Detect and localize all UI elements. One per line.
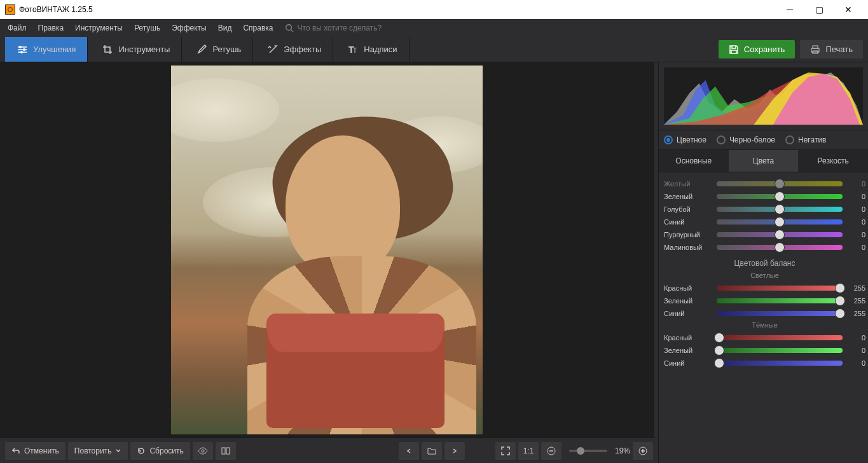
canvas-footer: Отменить Повторить Сбросить 1:1 19% bbox=[0, 438, 658, 463]
section-highlights: Светлые bbox=[664, 270, 865, 282]
brush-icon bbox=[196, 44, 207, 55]
canvas-scrollbar[interactable] bbox=[653, 62, 658, 438]
save-button[interactable]: Сохранить bbox=[719, 40, 796, 59]
tab-enhance[interactable]: Улучшения bbox=[5, 37, 88, 62]
menu-tools[interactable]: Инструменты bbox=[70, 21, 128, 35]
zoom-out-button[interactable] bbox=[541, 442, 561, 460]
zoom-value: 19% bbox=[615, 446, 630, 455]
preview-toggle-button[interactable] bbox=[193, 442, 213, 460]
subtab-basic[interactable]: Основные bbox=[659, 150, 729, 172]
tab-tools[interactable]: Инструменты bbox=[90, 37, 182, 62]
canvas-viewport[interactable] bbox=[0, 62, 653, 438]
open-folder-button[interactable] bbox=[422, 442, 442, 460]
close-button[interactable]: ✕ bbox=[834, 0, 863, 19]
svg-line-1 bbox=[291, 30, 293, 32]
app-title: ФотоВИНТАЖ 1.25.5 bbox=[19, 5, 93, 14]
plus-icon bbox=[638, 446, 647, 455]
adjustments-panel: Цветное Черно-белое Негатив Основные Цве… bbox=[658, 62, 868, 463]
tab-text[interactable]: TT Надписи bbox=[336, 37, 409, 62]
prev-image-button[interactable] bbox=[399, 442, 419, 460]
svg-point-7 bbox=[20, 51, 23, 53]
svg-point-13 bbox=[202, 450, 204, 452]
zoom-in-button[interactable] bbox=[633, 442, 653, 460]
slider-shadows-green[interactable] bbox=[717, 348, 843, 353]
svg-rect-14 bbox=[222, 448, 225, 454]
slider-blue[interactable] bbox=[717, 219, 843, 225]
eye-icon bbox=[198, 446, 208, 456]
actual-size-button[interactable]: 1:1 bbox=[518, 442, 539, 460]
menu-file[interactable]: Файл bbox=[3, 21, 32, 35]
slider-yellow[interactable] bbox=[717, 181, 843, 186]
minus-icon bbox=[547, 446, 556, 455]
fit-screen-button[interactable] bbox=[495, 442, 516, 460]
save-icon bbox=[729, 45, 739, 55]
slider-shadows-red[interactable] bbox=[717, 335, 843, 340]
menu-view[interactable]: Вид bbox=[213, 21, 237, 35]
next-image-button[interactable] bbox=[444, 442, 465, 460]
section-color-balance: Цветовой баланс bbox=[664, 254, 865, 270]
histogram bbox=[664, 67, 863, 125]
radio-color[interactable]: Цветное bbox=[664, 135, 706, 144]
radio-bw[interactable]: Черно-белое bbox=[717, 135, 775, 144]
main-tabbar: Улучшения Инструменты Ретушь Эффекты TT … bbox=[0, 37, 868, 62]
crop-icon bbox=[102, 44, 113, 55]
subtab-colors[interactable]: Цвета bbox=[729, 150, 799, 172]
minimize-button[interactable]: ─ bbox=[775, 0, 804, 19]
chevron-right-icon bbox=[451, 448, 458, 454]
menu-help[interactable]: Справка bbox=[238, 21, 278, 35]
search-icon bbox=[285, 24, 294, 32]
wand-icon bbox=[267, 44, 279, 55]
split-icon bbox=[221, 446, 231, 456]
menu-edit[interactable]: Правка bbox=[33, 21, 69, 35]
undo-button[interactable]: Отменить bbox=[5, 442, 65, 460]
svg-text:T: T bbox=[353, 47, 357, 54]
print-icon bbox=[810, 45, 820, 55]
reset-button[interactable]: Сбросить bbox=[130, 442, 189, 460]
titlebar: ФотоВИНТАЖ 1.25.5 ─ ▢ ✕ bbox=[0, 0, 868, 19]
adjustment-sub-tabs: Основные Цвета Резкость bbox=[659, 150, 868, 172]
tab-retouch[interactable]: Ретушь bbox=[184, 37, 253, 62]
slider-highlights-red[interactable] bbox=[717, 286, 843, 291]
tab-effects[interactable]: Эффекты bbox=[256, 37, 333, 62]
slider-green[interactable] bbox=[717, 194, 843, 199]
reset-icon bbox=[137, 446, 146, 455]
zoom-slider[interactable] bbox=[569, 450, 607, 452]
sliders-container: Желтый0 Зеленый0 Голубой0 Синий0 Пурпурн… bbox=[659, 172, 868, 463]
print-button[interactable]: Печать bbox=[800, 40, 863, 59]
svg-rect-15 bbox=[226, 448, 230, 454]
folder-icon bbox=[427, 446, 437, 456]
menu-effects[interactable]: Эффекты bbox=[167, 21, 212, 35]
command-search-input[interactable] bbox=[298, 24, 425, 32]
sliders-icon bbox=[17, 44, 28, 55]
fit-icon bbox=[500, 446, 511, 456]
menu-retouch[interactable]: Ретушь bbox=[129, 21, 165, 35]
redo-button[interactable]: Повторить bbox=[68, 442, 128, 460]
undo-icon bbox=[11, 446, 20, 455]
svg-point-6 bbox=[23, 48, 25, 51]
chevron-down-icon bbox=[115, 448, 121, 454]
subtab-sharpness[interactable]: Резкость bbox=[798, 150, 868, 172]
chevron-left-icon bbox=[406, 448, 412, 454]
radio-negative[interactable]: Негатив bbox=[785, 135, 826, 144]
svg-point-0 bbox=[286, 25, 291, 31]
slider-highlights-blue[interactable] bbox=[717, 311, 843, 316]
svg-point-5 bbox=[19, 46, 22, 48]
color-mode-group: Цветное Черно-белое Негатив bbox=[659, 130, 868, 150]
slider-magenta[interactable] bbox=[717, 245, 843, 250]
text-icon: TT bbox=[347, 44, 359, 55]
maximize-button[interactable]: ▢ bbox=[804, 0, 834, 19]
compare-button[interactable] bbox=[216, 442, 236, 460]
slider-highlights-green[interactable] bbox=[717, 298, 843, 303]
slider-purple[interactable] bbox=[717, 232, 843, 237]
slider-shadows-blue[interactable] bbox=[717, 361, 843, 366]
photo-preview bbox=[171, 66, 483, 434]
svg-rect-10 bbox=[813, 46, 818, 48]
app-icon bbox=[5, 4, 15, 15]
section-shadows: Тёмные bbox=[664, 320, 865, 331]
menubar: Файл Правка Инструменты Ретушь Эффекты В… bbox=[0, 19, 868, 37]
slider-cyan[interactable] bbox=[717, 207, 843, 212]
